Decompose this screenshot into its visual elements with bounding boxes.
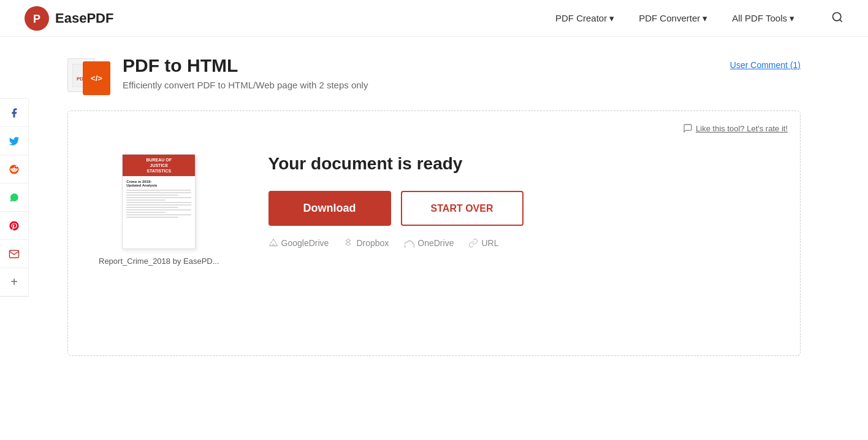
thumb-line [126,199,166,201]
cloud-options: GoogleDrive Dropbox OneDrive [268,238,769,248]
social-reddit-button[interactable] [0,155,28,183]
nav-pdf-creator[interactable]: PDF Creator ▾ [555,13,614,24]
svg-line-3 [840,19,842,21]
file-icons: PDF </> [67,55,110,98]
download-button[interactable]: Download [268,191,391,226]
google-drive-icon [268,238,278,248]
social-whatsapp-button[interactable] [0,183,28,212]
tool-panel: Like this tool? Let's rate it! BUREAU OF… [67,110,801,356]
thumb-line [126,204,191,206]
easepdf-logo-icon: P [25,6,49,31]
html-file-icon: </> [83,61,110,95]
search-icon [831,11,843,23]
plus-icon: + [10,275,18,289]
reddit-icon [9,164,20,175]
document-filename: Report_Crime_2018 by EasePD... [99,257,219,266]
twitter-icon [9,136,20,147]
user-comment-link[interactable]: User Comment (1) [730,60,801,70]
url-option[interactable]: URL [468,238,498,248]
rate-link-text: Like this tool? Let's rate it! [696,124,788,133]
document-preview: BUREAU OFJUSTICESTATISTICS Crime in 2018… [99,154,219,266]
link-icon [468,238,478,248]
chevron-down-icon: ▾ [790,13,794,24]
social-sidebar: + [0,98,29,297]
page-title: PDF to HTML [123,55,730,76]
social-pinterest-button[interactable] [0,212,28,240]
thumb-header: BUREAU OFJUSTICESTATISTICS [123,155,195,176]
page-header: PDF </> PDF to HTML Efficiently convert … [67,55,801,98]
logo-area[interactable]: P EasePDF [25,6,113,31]
thumb-line [126,207,178,208]
page-subtitle: Efficiently convert PDF to HTML/Web page… [123,80,730,90]
onedrive-icon [403,239,414,247]
document-thumbnail: BUREAU OFJUSTICESTATISTICS Crime in 2018… [122,154,196,249]
thumb-line [126,195,178,196]
thumb-line [126,217,178,218]
nav-pdf-converter[interactable]: PDF Converter ▾ [639,13,707,24]
html-icon-text: </> [91,74,102,83]
facebook-icon [9,107,20,118]
dropbox-option[interactable]: Dropbox [343,238,389,248]
main-nav: PDF Creator ▾ PDF Converter ▾ All PDF To… [555,11,843,26]
thumb-line [126,192,191,193]
header: P EasePDF PDF Creator ▾ PDF Converter ▾ … [0,0,868,37]
thumb-body: Crime in 2018:Updated Analysis [123,176,195,223]
thumb-line [126,197,191,198]
dropbox-icon [343,238,353,248]
thumb-line [126,190,191,191]
chevron-down-icon: ▾ [702,13,707,24]
logo-text: EasePDF [55,10,113,26]
page-title-area: PDF to HTML Efficiently convert PDF to H… [123,55,730,90]
rate-link[interactable]: Like this tool? Let's rate it! [683,123,788,133]
action-buttons: Download START OVER [268,191,769,226]
thumb-line [126,212,166,213]
actions-area: Your document is ready Download START OV… [268,154,769,248]
social-twitter-button[interactable] [0,127,28,155]
social-facebook-button[interactable] [0,99,28,127]
ready-title: Your document is ready [268,154,769,174]
chevron-down-icon: ▾ [609,13,614,24]
svg-text:P: P [33,12,40,25]
search-button[interactable] [831,11,843,26]
comment-icon [683,123,693,133]
thumb-line [126,209,191,210]
email-icon [9,249,20,260]
main-content: PDF </> PDF to HTML Efficiently convert … [0,37,868,374]
start-over-button[interactable]: START OVER [401,191,523,226]
social-more-button[interactable]: + [0,268,28,296]
svg-point-2 [833,12,841,20]
google-drive-option[interactable]: GoogleDrive [268,238,329,248]
thumb-line [126,202,191,203]
thumb-title: Crime in 2018:Updated Analysis [126,180,191,187]
whatsapp-icon [9,192,20,203]
thumb-header-text: BUREAU OFJUSTICESTATISTICS [146,157,172,174]
pinterest-icon [9,220,20,231]
onedrive-option[interactable]: OneDrive [403,238,454,248]
result-area: BUREAU OFJUSTICESTATISTICS Crime in 2018… [86,136,782,284]
thumb-line [126,214,191,215]
nav-all-pdf-tools[interactable]: All PDF Tools ▾ [732,13,794,24]
social-email-button[interactable] [0,240,28,268]
